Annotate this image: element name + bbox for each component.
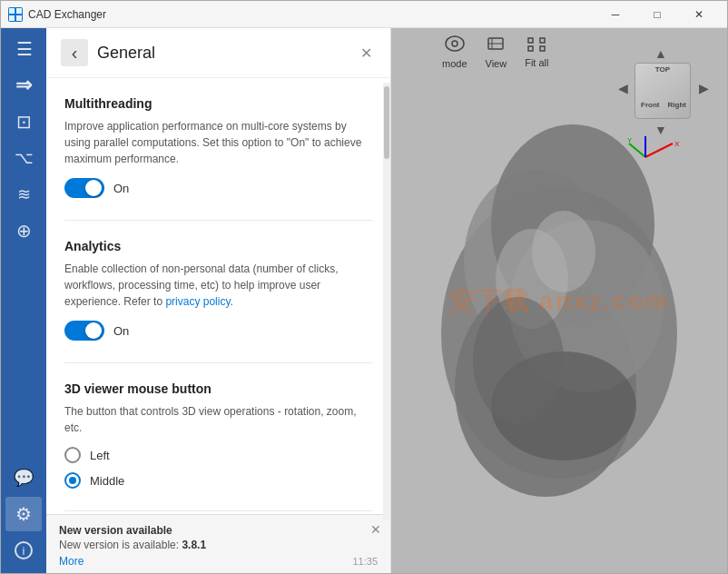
cube-right-label: Right xyxy=(668,101,686,109)
import-icon: ⇒ xyxy=(15,74,32,97)
sidebar-bottom: 💬 ⚙ i xyxy=(5,460,42,574)
notification-close-button[interactable]: ✕ xyxy=(370,522,381,537)
navigation-cube[interactable]: ▲ ▼ ◀ ▶ TOP Front Right X Y Z xyxy=(618,46,709,137)
svg-rect-3 xyxy=(16,15,22,21)
notification-time: 11:35 xyxy=(352,556,378,567)
multithreading-toggle-label: On xyxy=(113,182,129,195)
radio-middle[interactable]: Middle xyxy=(64,472,372,489)
main-layout: ☰ ⇒ ⊡ ⌥ ≋ ⊕ 💬 ⚙ xyxy=(1,28,727,574)
multithreading-desc: Improve application performance on multi… xyxy=(64,118,372,167)
multithreading-title: Multithreading xyxy=(64,96,372,111)
panel-scrollbar[interactable] xyxy=(383,83,390,520)
divider-2 xyxy=(64,362,372,363)
close-window-button[interactable]: ✕ xyxy=(678,1,720,28)
sidebar-item-export[interactable]: ⊡ xyxy=(5,104,42,139)
info-icon: i xyxy=(15,541,33,559)
menu-icon: ☰ xyxy=(16,38,32,60)
properties-icon: ≋ xyxy=(17,184,31,204)
privacy-policy-link[interactable]: privacy policy xyxy=(165,295,230,308)
divider-3 xyxy=(64,510,372,511)
analytics-toggle[interactable] xyxy=(64,321,104,341)
radio-middle-dot xyxy=(69,477,76,484)
3d-viewer[interactable]: mode View xyxy=(391,28,727,574)
analytics-toggle-row: On xyxy=(64,321,372,341)
cube-body: TOP Front Right xyxy=(635,63,691,119)
analytics-desc: Enable collection of non-personal data (… xyxy=(64,261,372,310)
panel-header: ‹ General ✕ xyxy=(46,28,390,78)
radio-middle-indicator xyxy=(64,472,81,489)
svg-rect-0 xyxy=(9,8,15,14)
sidebar-item-chat[interactable]: 💬 xyxy=(5,460,42,495)
mouse-button-radio-group: Left Middle xyxy=(64,447,372,489)
chat-icon: 💬 xyxy=(14,468,34,488)
titlebar: CAD Exchanger ─ □ ✕ xyxy=(1,1,727,28)
multithreading-section: Multithreading Improve application perfo… xyxy=(64,96,372,198)
nav-right-arrow[interactable]: ▶ xyxy=(699,81,709,95)
notification-body: New version is available: 3.8.1 xyxy=(59,539,378,551)
cube-top-label: TOP xyxy=(655,65,670,74)
radio-middle-label: Middle xyxy=(90,474,124,488)
sidebar-item-globe[interactable]: ⊕ xyxy=(5,213,42,248)
svg-rect-2 xyxy=(9,15,15,21)
window-controls: ─ □ ✕ xyxy=(595,1,720,28)
svg-line-22 xyxy=(645,144,673,157)
svg-text:Y: Y xyxy=(627,136,633,144)
app-title: CAD Exchanger xyxy=(28,8,595,21)
sidebar-item-properties[interactable]: ≋ xyxy=(5,177,42,212)
panel-scrollbar-thumb xyxy=(384,86,389,159)
notification-body-prefix: New version is available: xyxy=(59,539,182,551)
settings-icon: ⚙ xyxy=(15,503,32,525)
svg-point-19 xyxy=(532,211,595,292)
panel-title: General xyxy=(97,44,348,63)
multithreading-toggle[interactable] xyxy=(64,178,104,198)
notification-footer: More 11:35 xyxy=(59,555,378,568)
axis-indicator: X Y Z xyxy=(627,134,682,164)
svg-line-23 xyxy=(629,144,645,157)
notification-version: 3.8.1 xyxy=(182,539,206,551)
analytics-toggle-label: On xyxy=(113,324,129,338)
notification-bar: ✕ New version available New version is a… xyxy=(46,514,390,574)
panel-close-button[interactable]: ✕ xyxy=(357,41,376,65)
svg-text:Z: Z xyxy=(643,134,647,136)
nav-left-arrow[interactable]: ◀ xyxy=(618,81,628,95)
sidebar: ☰ ⇒ ⊡ ⌥ ≋ ⊕ 💬 ⚙ xyxy=(1,28,46,574)
svg-text:X: X xyxy=(674,140,680,148)
sidebar-item-info[interactable]: i xyxy=(5,533,42,568)
analytics-section: Analytics Enable collection of non-perso… xyxy=(64,239,372,341)
panel-back-button[interactable]: ‹ xyxy=(61,39,88,66)
svg-rect-1 xyxy=(16,8,22,14)
app-icon xyxy=(8,7,23,22)
sidebar-item-hierarchy[interactable]: ⌥ xyxy=(5,141,42,175)
panel-content: Multithreading Improve application perfo… xyxy=(46,78,390,514)
hierarchy-icon: ⌥ xyxy=(15,148,34,168)
sidebar-top: ☰ ⇒ ⊡ ⌥ ≋ ⊕ xyxy=(1,32,46,460)
globe-icon: ⊕ xyxy=(16,220,32,242)
maximize-button[interactable]: □ xyxy=(636,1,678,28)
sidebar-item-settings[interactable]: ⚙ xyxy=(5,497,42,531)
analytics-title: Analytics xyxy=(64,239,372,253)
divider-1 xyxy=(64,220,372,221)
notification-title: New version available xyxy=(59,524,378,537)
radio-left-indicator xyxy=(64,447,81,463)
sidebar-item-import[interactable]: ⇒ xyxy=(5,68,42,103)
settings-panel: ‹ General ✕ Multithreading Improve appli… xyxy=(46,28,391,574)
svg-point-21 xyxy=(473,297,564,424)
mouse-button-title: 3D viewer mouse button xyxy=(64,381,372,396)
mouse-button-desc: The button that controls 3D view operati… xyxy=(64,403,372,436)
notification-more-link[interactable]: More xyxy=(59,555,84,568)
multithreading-toggle-row: On xyxy=(64,178,372,198)
nav-up-arrow[interactable]: ▲ xyxy=(654,46,667,61)
radio-left-label: Left xyxy=(90,449,110,462)
minimize-button[interactable]: ─ xyxy=(595,1,636,28)
radio-left[interactable]: Left xyxy=(64,447,372,463)
sidebar-item-menu[interactable]: ☰ xyxy=(5,32,42,66)
cube-front-label: Front xyxy=(641,101,659,109)
export-icon: ⊡ xyxy=(16,111,32,133)
mouse-button-section: 3D viewer mouse button The button that c… xyxy=(64,381,372,489)
